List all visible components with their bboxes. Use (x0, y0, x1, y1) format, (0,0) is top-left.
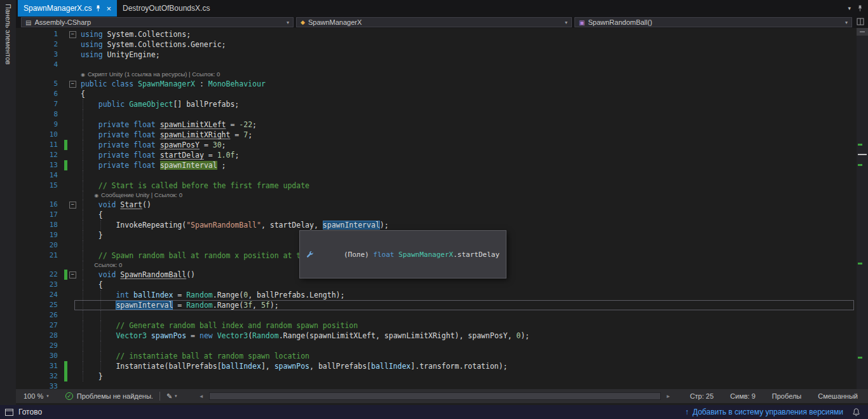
fold-margin[interactable] (68, 39, 77, 50)
codelens-row[interactable]: ◉Скрипт Unity (1 ссылка на ресурсы) | Сс… (16, 70, 857, 79)
fold-margin[interactable] (68, 181, 77, 191)
editor-splitter-grip[interactable] (857, 28, 868, 36)
breakpoint-gutter[interactable] (16, 290, 37, 300)
close-icon[interactable]: × (106, 4, 111, 13)
breakpoint-gutter[interactable] (16, 200, 37, 210)
breakpoint-gutter[interactable] (16, 60, 37, 70)
fold-collapse-icon[interactable]: − (69, 202, 76, 209)
code-line[interactable]: 25 spawnInterval = Random.Range(3f, 5f); (16, 300, 857, 310)
code-line[interactable]: 16− void Start() (16, 200, 857, 210)
breakpoint-gutter[interactable] (16, 240, 37, 251)
code-line[interactable]: 30 // instantiate ball at random spawn l… (16, 351, 857, 361)
breakpoint-gutter[interactable] (16, 150, 37, 160)
tab-list-chevron-icon[interactable]: ▾ (848, 5, 851, 11)
fold-margin[interactable] (68, 381, 77, 389)
fold-margin[interactable] (68, 300, 77, 310)
code-line[interactable]: 18 InvokeRepeating("SpawnRandomBall", st… (16, 220, 857, 230)
project-dropdown[interactable]: ▤ Assembly-CSharp ▾ (21, 17, 294, 27)
fold-margin[interactable] (68, 89, 77, 99)
breakpoint-gutter[interactable] (16, 320, 37, 331)
fold-margin[interactable] (68, 109, 77, 120)
fold-margin[interactable] (68, 99, 77, 109)
breakpoint-gutter[interactable] (16, 99, 37, 109)
zoom-control[interactable]: 100 % ▾ (21, 392, 51, 400)
breakpoint-gutter[interactable] (16, 39, 37, 50)
code-line[interactable]: 29 (16, 341, 857, 351)
fold-margin[interactable] (68, 240, 77, 251)
code-line[interactable]: 1−using System.Collections; (16, 29, 857, 39)
code-line[interactable]: 5−public class SpawnManagerX : MonoBehav… (16, 79, 857, 89)
fold-margin[interactable]: − (68, 29, 77, 39)
breakpoint-gutter[interactable] (16, 120, 37, 130)
breakpoint-gutter[interactable] (16, 251, 37, 261)
toolbox-vertical-tab[interactable]: Панель элементов (0, 0, 16, 405)
breakpoint-gutter[interactable] (16, 261, 37, 270)
member-dropdown[interactable]: ▣ SpawnRandomBall() ▾ (574, 17, 852, 27)
code-line[interactable]: 14 (16, 170, 857, 181)
pin-group-icon[interactable] (857, 4, 863, 12)
breakpoint-gutter[interactable] (16, 170, 37, 181)
codelens-text[interactable]: Скрипт Unity (1 ссылка на ресурсы) | Ссы… (88, 71, 220, 78)
code-line[interactable]: 33 (16, 381, 857, 389)
breakpoint-gutter[interactable] (16, 310, 37, 320)
fold-margin[interactable]: − (68, 79, 77, 89)
vertical-scrollbar[interactable] (857, 28, 868, 389)
scroll-right-arrow-icon[interactable]: ► (666, 394, 671, 399)
breakpoint-gutter[interactable] (16, 140, 37, 150)
fold-margin[interactable] (68, 331, 77, 341)
fold-margin[interactable] (68, 251, 77, 261)
type-dropdown[interactable]: ◆ SpawnManagerX ▾ (296, 17, 572, 27)
tab-spawnmanagerx[interactable]: SpawnManagerX.cs × (18, 0, 117, 17)
breakpoint-gutter[interactable] (16, 130, 37, 140)
code-line[interactable]: 11 private float spawnPosY = 30; (16, 140, 857, 150)
fold-margin[interactable] (68, 130, 77, 140)
fold-collapse-icon[interactable]: − (69, 31, 76, 38)
code-line[interactable]: 12 private float startDelay = 1.0f; (16, 150, 857, 160)
tab-destroyoutofboundsx[interactable]: DestroyOutOfBoundsX.cs (117, 0, 215, 17)
editing-indicator[interactable]: ✎ ▾ (166, 392, 177, 401)
breakpoint-gutter[interactable] (16, 50, 37, 60)
fold-margin[interactable]: − (68, 200, 77, 210)
fold-margin[interactable] (68, 220, 77, 230)
fold-margin[interactable] (68, 310, 77, 320)
code-line[interactable]: 17 { (16, 210, 857, 220)
codelens-row[interactable]: ◉Сообщение Unity | Ссылок: 0 (16, 191, 857, 200)
fold-margin[interactable] (68, 120, 77, 130)
horizontal-scrollbar[interactable] (209, 392, 661, 400)
breakpoint-gutter[interactable] (16, 89, 37, 99)
scroll-left-arrow-icon[interactable]: ◄ (199, 394, 204, 399)
code-editor[interactable]: 1−using System.Collections;2using System… (16, 28, 857, 389)
code-line[interactable]: 15 // Start is called before the first f… (16, 181, 857, 191)
code-line[interactable]: 9 private float spawnLimitXLeft = -22; (16, 120, 857, 130)
breakpoint-gutter[interactable] (16, 300, 37, 310)
breakpoint-gutter[interactable] (16, 109, 37, 120)
fold-margin[interactable] (68, 50, 77, 60)
code-line[interactable]: 27 // Generate random ball index and ran… (16, 320, 857, 331)
fold-margin[interactable] (68, 150, 77, 160)
fold-margin[interactable]: − (68, 270, 77, 280)
code-line[interactable]: 28 Vector3 spawnPos = new Vector3(Random… (16, 331, 857, 341)
codelens-text[interactable]: Сообщение Unity | Ссылок: 0 (101, 191, 182, 198)
breakpoint-gutter[interactable] (16, 220, 37, 230)
breakpoint-gutter[interactable] (16, 371, 37, 381)
fold-margin[interactable] (68, 60, 77, 70)
code-line[interactable]: 10 private float spawnLimitXRight = 7; (16, 130, 857, 140)
fold-margin[interactable] (68, 290, 77, 300)
fold-collapse-icon[interactable]: − (69, 81, 76, 88)
notifications-bell-icon[interactable] (852, 408, 860, 417)
breakpoint-gutter[interactable] (16, 160, 37, 170)
code-line[interactable]: 7 public GameObject[] ballPrefabs; (16, 99, 857, 109)
code-line[interactable]: 24 int ballIndex = Random.Range(0, ballP… (16, 290, 857, 300)
fold-margin[interactable] (68, 341, 77, 351)
status-line-number[interactable]: Стр: 25 (690, 392, 714, 400)
fold-margin[interactable] (68, 361, 77, 371)
fold-margin[interactable] (68, 280, 77, 290)
breakpoint-gutter[interactable] (16, 29, 37, 39)
breakpoint-gutter[interactable] (16, 280, 37, 290)
code-line[interactable]: 26 (16, 310, 857, 320)
codelens-text[interactable]: Ссылок: 0 (94, 261, 122, 268)
status-indentation-mode[interactable]: Пробелы (772, 392, 801, 400)
breakpoint-gutter[interactable] (16, 351, 37, 361)
code-line[interactable]: 2using System.Collections.Generic; (16, 39, 857, 50)
breakpoint-gutter[interactable] (16, 331, 37, 341)
